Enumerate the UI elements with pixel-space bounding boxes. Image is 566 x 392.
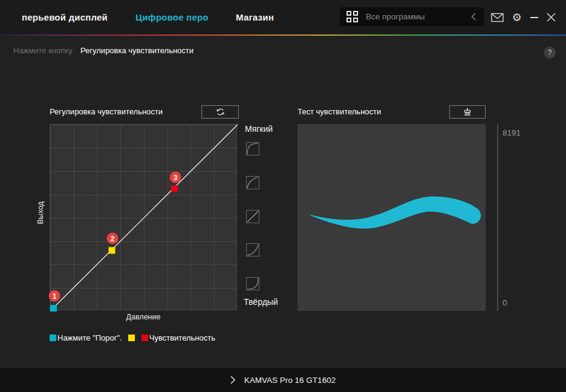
sensitivity-color-swatch [142,335,148,341]
pressure-scale-max: 8191 [503,128,521,137]
close-icon[interactable] [547,13,556,22]
hard-label: Твёрдый [244,297,278,307]
sensitivity-legend-label: Чувствительность [149,333,215,342]
preset-curve-hard[interactable] [246,243,259,256]
svg-text:2: 2 [111,235,115,243]
pressure-scale-bar [497,125,498,311]
subtab-press-key[interactable]: Нажмите кнопку [13,46,73,55]
device-bar[interactable]: KAMVAS Pro 16 GT1602 [0,368,566,392]
curve-legend: Нажмите "Порог". Чувствительность [50,333,215,342]
help-button[interactable]: ? [544,47,556,59]
top-bar: перьевой дисплей Цифровое перо Магазин В… [0,0,566,34]
svg-text:1: 1 [53,292,57,301]
apps-grid-icon [346,11,358,22]
pressure-curve-graph[interactable]: 1 2 3 [50,124,237,310]
refresh-icon [216,108,225,116]
sensitivity-handle[interactable] [171,186,178,192]
preset-curve-hardest[interactable] [246,277,259,290]
pressure-panel-title: Регулировка чувствительности [50,107,163,116]
threshold-handle[interactable] [50,305,57,312]
handle-badge-2: 2 [107,233,119,244]
soft-label: Мягкий [245,124,273,134]
clean-brush-icon [463,108,472,117]
mid-pressure-handle[interactable] [109,247,115,254]
mail-icon[interactable] [491,13,504,22]
chevron-right-icon [230,376,235,384]
preset-curve-softest[interactable] [246,142,259,155]
device-name: KAMVAS Pro 16 GT1602 [244,376,336,385]
pressure-test-canvas[interactable] [298,124,486,311]
y-axis-label: Выход [36,201,45,224]
window-controls: ⚙ [491,0,556,34]
pressure-curve-line [50,125,238,311]
rainbow-divider [0,34,566,36]
clear-canvas-button[interactable] [449,105,486,119]
driver-window: перьевой дисплей Цифровое перо Магазин В… [0,0,566,392]
mid-color-swatch [128,335,135,341]
tab-store[interactable]: Магазин [236,12,274,22]
chevron-left-icon[interactable] [471,13,476,21]
gear-icon[interactable]: ⚙ [512,12,522,23]
pressure-scale-min: 0 [503,298,507,307]
tab-digital-pen[interactable]: Цифровое перо [135,12,209,22]
preset-curve-linear[interactable] [246,210,259,223]
all-programs-label: Все программы [366,12,425,21]
threshold-legend-label: Нажмите "Порог". [57,333,122,342]
preset-curve-soft[interactable] [246,176,259,189]
threshold-color-swatch [50,335,56,341]
test-panel-title: Тест чувствительности [298,107,381,116]
subtab-pressure-sensitivity[interactable]: Регулировка чувствительности [80,46,194,55]
reset-curve-button[interactable] [201,105,239,119]
handle-badge-3: 3 [170,172,181,183]
test-brush-stroke [310,197,481,229]
handle-badge-1: 1 [49,290,60,302]
tab-pen-display[interactable]: перьевой дисплей [22,12,108,22]
minimize-icon[interactable] [530,17,538,18]
x-axis-label: Давление [50,313,237,321]
svg-text:3: 3 [174,174,178,182]
all-programs-dropdown[interactable]: Все программы [340,7,484,26]
